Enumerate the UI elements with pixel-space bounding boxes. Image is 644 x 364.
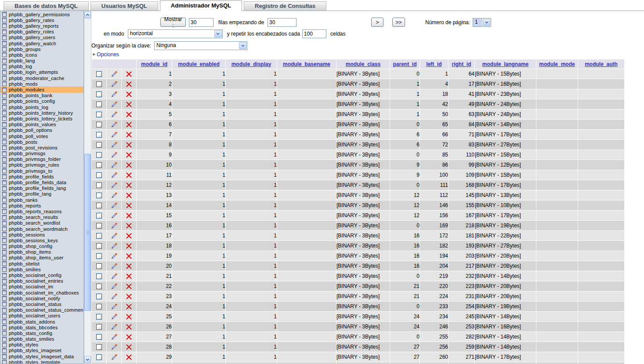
- sidebar-table-item[interactable]: phpbb_profile_lang: [0, 191, 83, 197]
- sidebar-table-item[interactable]: phpbb_search_results: [0, 215, 83, 220]
- edit-pencil-icon[interactable]: [111, 334, 117, 340]
- row-checkbox[interactable]: [96, 263, 102, 269]
- edit-pencil-icon[interactable]: [111, 253, 117, 259]
- sidebar-table-item[interactable]: phpbb_points_config: [0, 98, 83, 104]
- row-checkbox[interactable]: [96, 314, 102, 320]
- sidebar-table-item[interactable]: phpbb_mods: [0, 81, 83, 87]
- row-checkbox[interactable]: [96, 91, 102, 97]
- edit-pencil-icon[interactable]: [111, 283, 117, 290]
- edit-pencil-icon[interactable]: [111, 81, 117, 87]
- delete-x-icon[interactable]: [126, 91, 132, 97]
- scroll-down-button[interactable]: [84, 356, 91, 363]
- sidebar-table-item[interactable]: phpbb_stats_bbcodes: [0, 324, 83, 330]
- sidebar-table-item[interactable]: phpbb_profile_fields_data: [0, 179, 83, 185]
- sidebar-table-item[interactable]: phpbb_sessions_keys: [0, 237, 83, 243]
- row-checkbox[interactable]: [96, 354, 102, 360]
- sidebar-table-item[interactable]: phpbb_lang: [0, 58, 83, 64]
- edit-pencil-icon[interactable]: [111, 222, 117, 229]
- delete-x-icon[interactable]: [126, 324, 132, 330]
- tab-usuarios-mysql[interactable]: Usuarios MySQL: [90, 1, 158, 11]
- sidebar-table-item[interactable]: phpbb_reports_reasons: [0, 208, 83, 214]
- edit-pencil-icon[interactable]: [111, 303, 117, 310]
- edit-pencil-icon[interactable]: [111, 71, 117, 77]
- repeat-headers-input[interactable]: [302, 29, 326, 38]
- row-checkbox[interactable]: [96, 294, 102, 299]
- row-checkbox[interactable]: [96, 223, 102, 229]
- delete-x-icon[interactable]: [126, 243, 132, 249]
- sidebar-table-item[interactable]: phpbb_login_attempts: [0, 69, 83, 75]
- edit-pencil-icon[interactable]: [111, 212, 117, 219]
- sidebar-scrollbar[interactable]: [84, 11, 91, 364]
- sidebar-table-item[interactable]: phpbb_stats_config: [0, 330, 83, 336]
- sidebar-table-item[interactable]: phpbb_socialnet_notify: [0, 295, 83, 301]
- sidebar-table-item[interactable]: phpbb_posts: [0, 139, 83, 145]
- sidebar-table-item[interactable]: phpbb_search_wordlist: [0, 220, 83, 226]
- delete-x-icon[interactable]: [126, 314, 132, 320]
- sidebar-table-item[interactable]: phpbb_gallery_rates: [0, 17, 83, 23]
- sidebar-table-item[interactable]: phpbb_privmsgs_to: [0, 168, 83, 174]
- edit-pencil-icon[interactable]: [111, 354, 117, 360]
- edit-pencil-icon[interactable]: [111, 111, 117, 118]
- sidebar-table-item[interactable]: phpbb_search_wordmatch: [0, 226, 83, 232]
- edit-pencil-icon[interactable]: [111, 172, 117, 178]
- sidebar-table-item[interactable]: phpbb_styles_imageset_data: [0, 353, 83, 359]
- delete-x-icon[interactable]: [126, 213, 132, 218]
- column-header-right_id[interactable]: right_id: [449, 59, 474, 69]
- delete-x-icon[interactable]: [126, 132, 132, 138]
- edit-pencil-icon[interactable]: [111, 152, 117, 158]
- start-row-input[interactable]: [268, 18, 297, 27]
- delete-x-icon[interactable]: [126, 223, 132, 229]
- sidebar-table-item[interactable]: phpbb_gallery_users: [0, 35, 83, 40]
- sidebar-table-item[interactable]: phpbb_ranks: [0, 197, 83, 203]
- edit-pencil-icon[interactable]: [111, 273, 117, 280]
- row-count-input[interactable]: [189, 18, 213, 27]
- sidebar-table-item[interactable]: phpbb_socialnet_config: [0, 272, 83, 278]
- delete-x-icon[interactable]: [126, 263, 132, 269]
- edit-pencil-icon[interactable]: [111, 121, 117, 128]
- row-checkbox[interactable]: [96, 334, 102, 340]
- row-checkbox[interactable]: [96, 324, 102, 330]
- sidebar-table-item[interactable]: phpbb_gallery_watch: [0, 40, 83, 46]
- last-page-button[interactable]: >>: [392, 18, 405, 27]
- edit-pencil-icon[interactable]: [111, 344, 117, 350]
- row-checkbox[interactable]: [96, 102, 102, 107]
- sidebar-table-item[interactable]: phpbb_log: [0, 64, 83, 69]
- delete-x-icon[interactable]: [126, 182, 132, 188]
- sidebar-table-item[interactable]: phpbb_poll_options: [0, 127, 83, 133]
- delete-x-icon[interactable]: [126, 122, 132, 127]
- delete-x-icon[interactable]: [126, 284, 132, 289]
- scroll-up-button[interactable]: [84, 11, 91, 18]
- tab-administrador-mysql[interactable]: Administrador MySQL: [160, 0, 242, 11]
- sidebar-table-item[interactable]: phpbb_groups: [0, 46, 83, 52]
- sidebar-table-item[interactable]: phpbb_sessions: [0, 232, 83, 237]
- tab-bases-de-datos-mysql[interactable]: Bases de datos MySQL: [4, 1, 89, 11]
- column-header-parent_id[interactable]: parent_id: [390, 59, 420, 69]
- sidebar-table-item[interactable]: phpbb_privmsgs: [0, 151, 83, 157]
- sidebar-table-item[interactable]: phpbb_stats_addons: [0, 319, 83, 324]
- sidebar-table-item[interactable]: phpbb_points_log: [0, 104, 83, 110]
- edit-pencil-icon[interactable]: [111, 101, 117, 108]
- delete-x-icon[interactable]: [126, 233, 132, 239]
- row-checkbox[interactable]: [96, 172, 102, 178]
- sidebar-table-item[interactable]: phpbb_shop_items_user: [0, 255, 83, 261]
- delete-x-icon[interactable]: [126, 172, 132, 178]
- row-checkbox[interactable]: [96, 112, 102, 117]
- delete-x-icon[interactable]: [126, 142, 132, 148]
- show-button[interactable]: Mostrar :: [160, 18, 186, 27]
- delete-x-icon[interactable]: [126, 112, 132, 117]
- column-header-module_mode[interactable]: module_mode: [536, 59, 578, 69]
- sidebar-table-item[interactable]: phpbb_styles_template: [0, 359, 83, 364]
- page-number-select[interactable]: 1: [473, 18, 491, 27]
- edit-pencil-icon[interactable]: [111, 243, 117, 249]
- delete-x-icon[interactable]: [126, 304, 132, 309]
- column-header-module_langname[interactable]: module_langname: [475, 59, 536, 69]
- row-checkbox[interactable]: [96, 81, 102, 87]
- row-checkbox[interactable]: [96, 122, 102, 127]
- sidebar-table-item[interactable]: phpbb_modules: [0, 87, 83, 92]
- sidebar-table-item[interactable]: phpbb_stats_smilies: [0, 336, 83, 342]
- row-checkbox[interactable]: [96, 253, 102, 259]
- column-header-module_enabled[interactable]: module_enabled: [172, 59, 225, 69]
- sidebar-table-item[interactable]: phpbb_poll_votes: [0, 133, 83, 139]
- delete-x-icon[interactable]: [126, 102, 132, 107]
- delete-x-icon[interactable]: [126, 253, 132, 259]
